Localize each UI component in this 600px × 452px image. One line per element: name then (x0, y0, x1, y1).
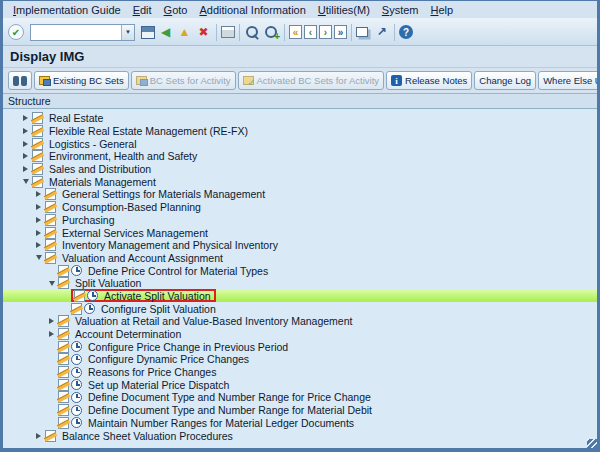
next-page-icon[interactable] (319, 25, 332, 39)
print-icon[interactable] (221, 26, 235, 38)
expand-arrow-icon[interactable] (19, 153, 32, 159)
find-icon[interactable] (244, 24, 261, 41)
tree-row-label[interactable]: General Settings for Materials Managemen… (62, 188, 265, 200)
tree-row[interactable]: Define Document Type and Number Range fo… (3, 404, 597, 417)
tree-row-label[interactable]: Materials Management (49, 176, 156, 188)
img-activity-icon[interactable] (71, 367, 82, 378)
help-icon[interactable] (399, 25, 413, 39)
tree-row[interactable]: Environment, Health and Safety (3, 150, 597, 163)
tree-row-label[interactable]: Define Document Type and Number Range fo… (88, 391, 371, 403)
resize-grip-icon[interactable] (587, 439, 600, 452)
cancel-icon[interactable] (195, 24, 212, 41)
prev-page-icon[interactable] (304, 25, 317, 39)
new-session-icon[interactable] (356, 27, 368, 37)
img-activity-icon[interactable] (71, 417, 82, 428)
tree-row[interactable]: Configure Dynamic Price Changes (3, 353, 597, 366)
tree-row-label[interactable]: Logistics - General (49, 138, 137, 150)
tree-row[interactable]: Sales and Distribution (3, 163, 597, 176)
tree-row-label[interactable]: Configure Price Change in Previous Perio… (88, 341, 288, 353)
tree-row-label[interactable]: Define Price Control for Material Types (88, 265, 268, 277)
img-doc-icon[interactable] (45, 252, 56, 264)
img-doc-icon[interactable] (45, 227, 56, 239)
tree-row[interactable]: Purchasing (3, 214, 597, 227)
command-field[interactable] (31, 25, 121, 40)
menu-item-goto[interactable]: Goto (158, 3, 194, 17)
img-doc-icon[interactable] (58, 417, 69, 429)
tree-row[interactable]: Valuation at Retail and Value-Based Inve… (3, 315, 597, 328)
tree-row-label[interactable]: Account Determination (75, 328, 181, 340)
img-activity-icon[interactable] (84, 303, 95, 314)
tree-row[interactable]: Materials Management (3, 175, 597, 188)
img-doc-icon[interactable] (45, 214, 56, 226)
img-activity-icon[interactable] (71, 392, 82, 403)
img-doc-icon[interactable] (32, 150, 43, 162)
tree-row-label[interactable]: Consumption-Based Planning (62, 201, 201, 213)
img-doc-icon[interactable] (74, 290, 85, 302)
img-doc-icon[interactable] (58, 366, 69, 378)
img-doc-icon[interactable] (32, 125, 43, 137)
shortcut-icon[interactable] (373, 24, 390, 41)
tree-row-label[interactable]: Flexible Real Estate Management (RE-FX) (49, 125, 248, 137)
tree-row[interactable]: Flexible Real Estate Management (RE-FX) (3, 125, 597, 138)
tree-row-label[interactable]: Valuation and Account Assignment (62, 252, 223, 264)
tree-row-label[interactable]: Environment, Health and Safety (49, 150, 197, 162)
save-icon[interactable] (141, 26, 155, 39)
change-log-button[interactable]: Change Log (474, 71, 536, 90)
tree-row-label[interactable]: Set up Material Price Dispatch (88, 379, 229, 391)
first-page-icon[interactable] (289, 25, 302, 39)
tree-row-label[interactable]: Purchasing (62, 214, 115, 226)
tree-row[interactable]: Configure Split Valuation (3, 302, 597, 315)
tree-row-label[interactable]: Valuation at Retail and Value-Based Inve… (75, 315, 352, 327)
where-else-used-button[interactable]: Where Else Used (538, 71, 600, 90)
tree-row[interactable]: Define Document Type and Number Range fo… (3, 391, 597, 404)
find-button[interactable] (8, 71, 32, 90)
tree-row-label[interactable]: Reasons for Price Changes (88, 366, 216, 378)
img-doc-icon[interactable] (32, 176, 43, 188)
tree-row-label[interactable]: Balance Sheet Valuation Procedures (62, 430, 233, 442)
tree-row[interactable]: Balance Sheet Valuation Procedures (3, 429, 597, 442)
tree-row[interactable]: Logistics - General (3, 137, 597, 150)
release-notes-button[interactable]: Release Notes (386, 71, 472, 90)
tree-row-label[interactable]: Configure Split Valuation (101, 303, 216, 315)
tree-row[interactable]: Consumption-Based Planning (3, 201, 597, 214)
exit-icon[interactable] (176, 24, 193, 41)
img-doc-icon[interactable] (58, 379, 69, 391)
tree-row[interactable]: Split Valuation (3, 277, 597, 290)
tree-row[interactable]: External Services Management (3, 226, 597, 239)
tree-row[interactable]: Set up Material Price Dispatch (3, 378, 597, 391)
img-activity-icon[interactable] (71, 265, 82, 276)
tree-row-label[interactable]: Sales and Distribution (49, 163, 151, 175)
img-doc-icon[interactable] (45, 239, 56, 251)
img-doc-icon[interactable] (45, 188, 56, 200)
command-field-dropdown-icon[interactable] (121, 25, 134, 40)
img-doc-icon[interactable] (58, 391, 69, 403)
tree-row[interactable]: Valuation and Account Assignment (3, 252, 597, 265)
menu-item-system[interactable]: System (376, 3, 425, 17)
img-doc-icon[interactable] (58, 353, 69, 365)
tree-row-label[interactable]: Activate Split Valuation (104, 290, 211, 302)
img-activity-icon[interactable] (87, 290, 98, 301)
img-doc-icon[interactable] (71, 303, 82, 315)
tree-row-label[interactable]: Real Estate (49, 112, 103, 124)
img-activity-icon[interactable] (71, 341, 82, 352)
tree-row[interactable]: Account Determination (3, 328, 597, 341)
menu-item-help[interactable]: Help (425, 3, 460, 17)
img-doc-icon[interactable] (32, 138, 43, 150)
tree-row-label[interactable]: Split Valuation (75, 277, 141, 289)
img-doc-icon[interactable] (45, 201, 56, 213)
tree-row-label[interactable]: External Services Management (62, 227, 208, 239)
img-doc-icon[interactable] (58, 277, 69, 289)
tree-row-label[interactable]: Configure Dynamic Price Changes (88, 353, 249, 365)
bc-sets-for-activity-button[interactable]: BC Sets for Activity (131, 71, 236, 90)
tree-row[interactable]: Reasons for Price Changes (3, 366, 597, 379)
find-next-icon[interactable] (263, 24, 280, 41)
img-doc-icon[interactable] (32, 163, 43, 175)
tree-row[interactable]: Define Price Control for Material Types (3, 264, 597, 277)
img-doc-icon[interactable] (58, 341, 69, 353)
last-page-icon[interactable] (334, 25, 347, 39)
img-activity-icon[interactable] (71, 354, 82, 365)
expand-arrow-icon[interactable] (32, 191, 45, 197)
img-activity-icon[interactable] (71, 405, 82, 416)
menu-item-additional-information[interactable]: Additional Information (193, 3, 311, 17)
tree-row[interactable]: Maintain Number Ranges for Material Ledg… (3, 417, 597, 430)
